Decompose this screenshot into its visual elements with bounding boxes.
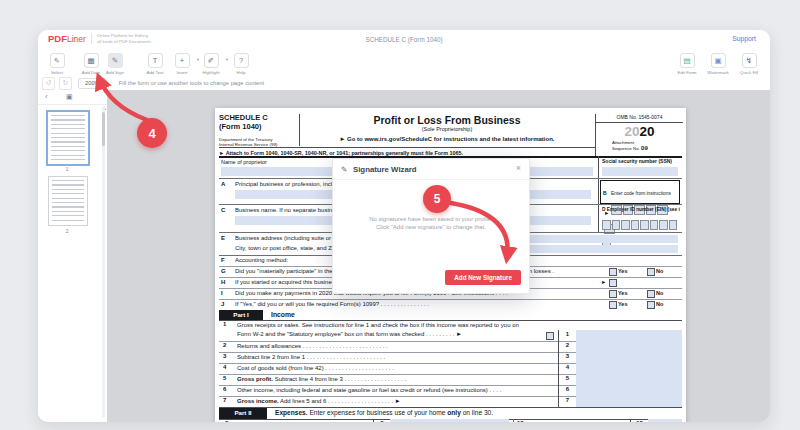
form-title: Profit or Loss From Business xyxy=(299,114,595,126)
ein-cell[interactable] xyxy=(621,220,630,230)
edit-form-button[interactable]: ▤ Edit Form xyxy=(676,53,698,75)
quick-fill-button[interactable]: ↯ Quick Fill xyxy=(738,53,760,75)
line-1-amount[interactable] xyxy=(576,330,682,341)
expense-line-8: 8 Advertising . . . . . 8 xyxy=(219,419,509,422)
add-date-button[interactable]: ▦ Add Date xyxy=(80,53,102,75)
ein-cell[interactable] xyxy=(669,220,678,230)
line-D-label: D Employer ID number (EIN) (see instr.) xyxy=(602,207,680,213)
insert-button[interactable]: + ▾ Insert xyxy=(171,53,193,75)
lightning-icon: ↯ xyxy=(742,53,757,68)
ein-cell[interactable] xyxy=(640,220,649,230)
line-8-amount[interactable] xyxy=(390,419,509,422)
brand-tagline: Online Platform for Editing all kinds of… xyxy=(97,33,151,43)
line-J-no-checkbox[interactable] xyxy=(647,301,655,309)
column-divider xyxy=(598,156,599,232)
form-header-center: Profit or Loss From Business (Sole Propr… xyxy=(299,114,595,143)
thumbnail-preview xyxy=(51,115,85,161)
line-I-yes-checkbox[interactable] xyxy=(609,290,617,298)
support-link[interactable]: Support xyxy=(732,35,756,42)
name-label: Name of proprietor xyxy=(221,159,267,165)
watermark-icon: ▣ xyxy=(711,53,726,68)
page-number-2: 2 xyxy=(48,228,86,234)
question-icon: ? xyxy=(234,53,249,68)
line-H-label: H xyxy=(221,279,225,286)
add-new-signature-button[interactable]: Add New Signature xyxy=(445,270,521,285)
step-4-badge: 4 xyxy=(137,118,167,148)
line-5-amount[interactable] xyxy=(576,374,682,385)
cursor-icon: ⇖ xyxy=(50,53,65,68)
ein-cell[interactable] xyxy=(650,220,659,230)
page-number-1: 1 xyxy=(46,166,88,172)
line-3-amount[interactable] xyxy=(576,352,682,363)
line-G-no-checkbox[interactable] xyxy=(647,268,655,276)
ein-cell[interactable] xyxy=(602,220,611,230)
income-line-1: 1 Gross receipts or sales. See instructi… xyxy=(219,320,682,342)
ssn-label: Social security number (SSN) xyxy=(602,159,672,165)
chevron-down-icon: ▾ xyxy=(226,57,228,62)
line-I-label: I xyxy=(221,290,223,297)
pen-icon: ✎ xyxy=(108,53,123,68)
line-G-yes-checkbox[interactable] xyxy=(609,268,617,276)
logo-divider xyxy=(91,33,92,44)
form-grid-icon: ▤ xyxy=(680,53,695,68)
calendar-icon: ▦ xyxy=(84,53,99,68)
pages-icon[interactable]: ▣ xyxy=(66,93,73,101)
undo-button[interactable]: ↺ xyxy=(42,77,55,90)
income-line-7: 7 Gross income. Add lines 5 and 6 . . . … xyxy=(219,396,682,408)
modal-header: ✎ Signature Wizard × xyxy=(333,159,529,180)
document-title: SCHEDULE C (Form 1040) xyxy=(366,36,443,43)
text-icon: T xyxy=(148,53,163,68)
ssn-input[interactable] xyxy=(602,167,678,176)
zoom-level-control[interactable]: 200% xyxy=(78,78,107,89)
close-icon[interactable]: × xyxy=(516,163,521,173)
collapse-sidebar-icon[interactable]: ‹ xyxy=(45,92,48,101)
pages-sidebar: ‹ ▣ 1 2 ▴ xyxy=(38,90,108,422)
page-thumbnail-2[interactable] xyxy=(48,176,88,226)
sidebar-scrollbar-thumb[interactable] xyxy=(102,112,105,146)
line-4-amount[interactable] xyxy=(576,363,682,374)
add-sign-button[interactable]: ✎ Add Sign xyxy=(104,53,126,75)
toolbar: ⇖ Select ▦ Add Date ✎ Add Sign T Add Tex… xyxy=(38,50,770,77)
help-button[interactable]: ? Help xyxy=(230,53,252,75)
line-J-label: J xyxy=(221,301,224,308)
thumbnail-preview xyxy=(52,180,84,222)
tax-year: 2020 xyxy=(596,124,683,140)
line-6-amount[interactable] xyxy=(576,385,682,396)
add-text-button[interactable]: T Add Text xyxy=(144,53,166,75)
pen-icon: ✎ xyxy=(341,165,347,174)
form-header-left: SCHEDULE C (Form 1040) Department of the… xyxy=(219,114,300,146)
sub-toolbar: ↺ ↻ 200% Fill the form or use another to… xyxy=(38,76,770,91)
watermark-button[interactable]: ▣ Watermark xyxy=(707,53,729,75)
modal-title: Signature Wizard xyxy=(353,165,417,174)
sidebar-scrollbar-track xyxy=(102,106,105,418)
page-thumbnail-1[interactable] xyxy=(46,110,90,166)
line-I-no-checkbox[interactable] xyxy=(647,290,655,298)
ein-cell[interactable] xyxy=(659,220,668,230)
line-7-amount[interactable] xyxy=(576,396,682,407)
statutory-employee-checkbox[interactable] xyxy=(546,332,554,340)
line-H-checkbox[interactable] xyxy=(609,279,617,287)
pdfliner-logo[interactable]: PDFLiner Online Platform for Editing all… xyxy=(48,33,151,44)
chevron-down-icon: ▾ xyxy=(197,57,199,62)
line-2-amount[interactable] xyxy=(576,341,682,352)
line-C-label: C xyxy=(221,207,225,214)
line-B-box: B Enter code from instructions ► xyxy=(600,180,680,204)
highlight-button[interactable]: ✐ ▾ Highlight xyxy=(200,53,222,75)
modal-empty-message: No signatures have been saved in your pr… xyxy=(343,215,519,231)
line-18-amount[interactable] xyxy=(648,419,682,422)
line-J-yes-checkbox[interactable] xyxy=(609,301,617,309)
redo-button[interactable]: ↻ xyxy=(59,77,72,90)
line-J-text: If "Yes," did you or will you file requi… xyxy=(235,301,605,308)
select-tool-button[interactable]: ⇖ Select xyxy=(46,53,68,75)
part2-column-divider xyxy=(513,419,514,422)
signature-wizard-modal: ✎ Signature Wizard × No signatures have … xyxy=(332,158,530,294)
line-A-label: A xyxy=(221,181,225,188)
ein-cell[interactable] xyxy=(631,220,640,230)
expense-line-18: 18 Office expense (see instructions) 18 xyxy=(517,419,682,422)
sidebar-header: ‹ ▣ xyxy=(38,90,107,105)
line-E-label: E xyxy=(221,235,225,242)
ein-cell[interactable] xyxy=(612,220,621,230)
form-header-right: OMB No. 1545-0074 2020 Attachment Sequen… xyxy=(595,114,683,156)
highlighter-icon: ✐ xyxy=(204,53,219,68)
screen: PDFLiner Online Platform for Editing all… xyxy=(0,0,800,430)
